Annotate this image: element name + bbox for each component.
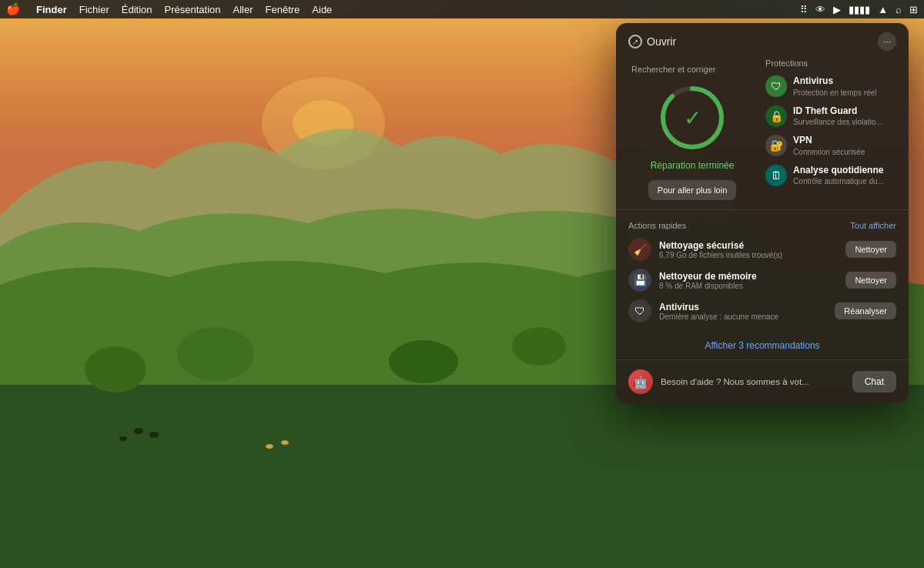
clean-name: Nettoyage sécurisé: [659, 240, 838, 251]
protections-column: Protections 🛡 Antivirus Protection en te…: [759, 58, 899, 200]
scan-circle: ✓: [658, 83, 727, 152]
scan-label: Rechercher et corriger: [631, 65, 715, 74]
chat-footer: 🤖 Besoin d'aide ? Nous sommes à vot... C…: [616, 360, 909, 403]
antivirus-name: Antivirus: [793, 75, 876, 88]
svg-point-7: [512, 327, 566, 366]
id-theft-name: ID Theft Guard: [793, 105, 882, 118]
svg-point-5: [177, 327, 254, 381]
menubar-aller[interactable]: Aller: [233, 4, 253, 15]
action-antivirus: 🛡 Antivirus Dernière analyse : aucune me…: [628, 299, 896, 322]
action-clean: 🧹 Nettoyage sécurisé 6,79 Go de fichiers…: [628, 238, 896, 261]
svg-point-11: [266, 444, 273, 449]
divider-1: [616, 209, 909, 210]
action-memory: 💾 Nettoyeur de mémoire 8 % de RAM dispon…: [628, 269, 896, 292]
svg-point-6: [389, 340, 458, 383]
panel-body: Rechercher et corriger ✓ Réparation term…: [616, 58, 909, 206]
vpn-desc: Connexion sécurisée: [793, 147, 865, 157]
chat-avatar: 🤖: [628, 369, 653, 394]
antivirus-action-name: Antivirus: [659, 302, 827, 312]
protections-label: Protections: [765, 58, 899, 68]
svg-rect-3: [0, 385, 924, 568]
battery-icon[interactable]: ▮▮▮▮: [849, 4, 870, 15]
antivirus-action-desc: Dernière analyse : aucune menace: [659, 312, 827, 321]
vpn-name: VPN: [793, 135, 865, 147]
clean-icon: 🧹: [628, 238, 651, 261]
id-theft-icon: 🔒: [765, 105, 787, 127]
vpn-icon: 🔐: [765, 135, 787, 156]
search-icon[interactable]: ⌕: [896, 4, 902, 15]
menubar-presentation[interactable]: Présentation: [165, 4, 221, 15]
menubar-edition[interactable]: Édition: [122, 4, 152, 15]
wifi-icon[interactable]: ▲: [878, 4, 888, 15]
scan-more-button[interactable]: Pour aller plus loin: [648, 180, 737, 200]
id-theft-desc: Surveillance des violatio...: [793, 117, 882, 127]
menubar: 🍎 Finder Fichier Édition Présentation Al…: [0, 0, 924, 18]
protection-daily-scan: 🗓 Analyse quotidienne Contrôle automatiq…: [765, 165, 899, 187]
menubar-finder[interactable]: Finder: [36, 4, 67, 15]
memory-name: Nettoyeur de mémoire: [659, 271, 838, 282]
menubar-fichier[interactable]: Fichier: [79, 4, 109, 15]
protection-id-theft: 🔒 ID Theft Guard Surveillance des violat…: [765, 105, 899, 128]
clean-button[interactable]: Nettoyer: [845, 241, 896, 258]
ouvrir-icon: ↗: [628, 35, 642, 48]
security-panel: ↗ Ouvrir ··· Rechercher et corriger ✓ Ré…: [616, 23, 909, 403]
control-center-icon[interactable]: ⊞: [909, 4, 918, 15]
ouvrir-section: ↗ Ouvrir: [628, 35, 676, 48]
quick-actions-header: Actions rapides Tout afficher: [628, 221, 896, 230]
chat-help-text: Besoin d'aide ? Nous sommes à vot...: [661, 377, 845, 386]
quick-actions-title: Actions rapides: [628, 221, 686, 230]
daily-scan-desc: Contrôle automatique du...: [793, 176, 884, 186]
svg-point-12: [281, 440, 289, 445]
grid-icon[interactable]: ⠿: [800, 4, 808, 15]
panel-header: ↗ Ouvrir ···: [616, 23, 909, 58]
more-button[interactable]: ···: [878, 32, 896, 51]
antivirus-icon: 🛡: [765, 75, 787, 97]
rescan-button[interactable]: Réanalyser: [835, 302, 896, 319]
quick-actions-section: Actions rapides Tout afficher 🧹 Nettoyag…: [616, 213, 909, 335]
apple-menu-icon[interactable]: 🍎: [6, 2, 21, 16]
ouvrir-label[interactable]: Ouvrir: [647, 35, 676, 48]
menubar-aide[interactable]: Aide: [312, 4, 332, 15]
play-icon[interactable]: ▶: [833, 4, 841, 15]
daily-scan-icon: 🗓: [765, 165, 787, 186]
svg-point-8: [134, 428, 143, 434]
scan-check-icon: ✓: [658, 83, 727, 152]
clean-desc: 6,79 Go de fichiers inutiles trouvé(s): [659, 251, 838, 259]
eye-icon[interactable]: 👁: [815, 4, 825, 15]
chat-button[interactable]: Chat: [852, 371, 896, 393]
protection-vpn: 🔐 VPN Connexion sécurisée: [765, 135, 899, 157]
recommendations-link[interactable]: Afficher 3 recommandations: [705, 340, 819, 351]
scan-status: Réparation terminée: [651, 160, 735, 171]
svg-point-10: [119, 436, 127, 441]
see-all-link[interactable]: Tout afficher: [850, 221, 896, 230]
recommendations-row: Afficher 3 recommandations: [616, 335, 909, 359]
memory-clean-button[interactable]: Nettoyer: [845, 272, 896, 289]
svg-point-9: [149, 432, 159, 438]
antivirus-desc: Protection en temps réel: [793, 88, 876, 98]
antivirus-action-icon: 🛡: [628, 299, 651, 322]
scan-column: Rechercher et corriger ✓ Réparation term…: [625, 58, 759, 200]
svg-point-4: [85, 346, 146, 393]
daily-scan-name: Analyse quotidienne: [793, 165, 884, 177]
memory-icon: 💾: [628, 269, 651, 292]
memory-desc: 8 % de RAM disponibles: [659, 282, 838, 290]
protection-antivirus: 🛡 Antivirus Protection en temps réel: [765, 75, 899, 98]
menubar-fenetre[interactable]: Fenêtre: [266, 4, 300, 15]
